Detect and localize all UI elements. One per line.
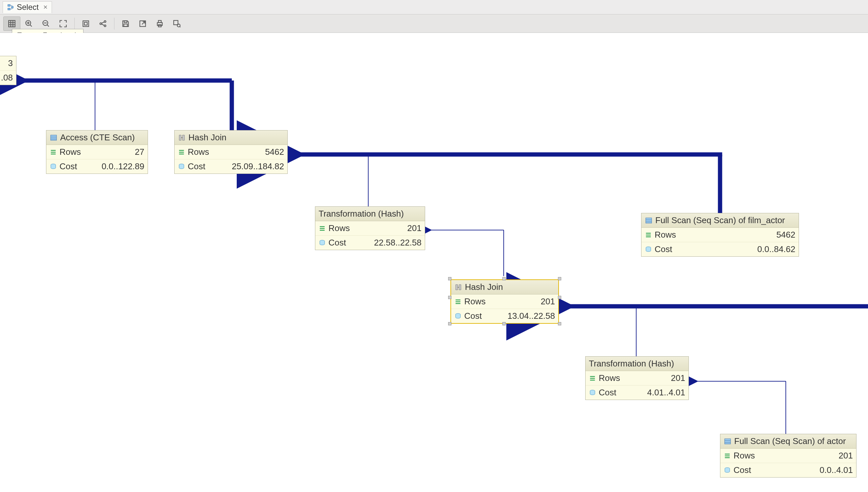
selection-handle[interactable] [448, 277, 452, 280]
node-rows-row: Rows 5462 [175, 145, 287, 159]
rows-icon [178, 149, 185, 156]
close-icon[interactable]: × [43, 3, 48, 11]
plan-node-transformation-1[interactable]: Transformation (Hash) Rows 201 Cost 22.5… [315, 206, 425, 250]
svg-rect-1 [8, 8, 10, 10]
node-header: Full Scan (Seq Scan) of film_actor [642, 213, 799, 228]
zoom-in-button[interactable] [20, 17, 38, 31]
query-plan-icon [7, 4, 14, 11]
zoom-out-icon [42, 19, 50, 28]
hash-join-icon [178, 134, 186, 142]
table-scan-icon [645, 217, 653, 224]
zoom-in-icon [25, 19, 33, 28]
zoom-fit-button[interactable] [54, 17, 72, 31]
selection-handle[interactable] [558, 322, 561, 325]
table-scan-icon [50, 134, 57, 142]
rows-label: Rows [599, 373, 620, 383]
selection-handle[interactable] [448, 296, 452, 299]
selection-handle[interactable] [502, 322, 506, 325]
inspect-button[interactable] [168, 17, 186, 31]
rows-icon [645, 231, 652, 239]
node-title: Hash Join [188, 132, 226, 143]
cost-value: .08 [1, 73, 13, 83]
plan-node-access-cte[interactable]: Access (CTE Scan) Rows 27 Cost 0.0..122.… [46, 130, 148, 174]
cost-icon [178, 163, 185, 170]
node-cost-row: .08 [0, 70, 16, 85]
node-rows-row: Rows 201 [451, 294, 558, 309]
plan-node-transformation-2[interactable]: Transformation (Hash) Rows 201 Cost 4.01… [585, 356, 689, 400]
tab-select[interactable]: Select × [3, 1, 52, 13]
cost-icon [50, 163, 57, 170]
rows-icon [454, 298, 462, 305]
export-icon [139, 19, 147, 28]
fit-page-button[interactable] [77, 17, 94, 31]
svg-rect-2 [11, 6, 14, 8]
node-rows-row: Rows 201 [315, 221, 425, 235]
save-button[interactable] [117, 17, 134, 31]
export-button[interactable] [134, 17, 151, 31]
node-cost-row: Cost 0.0..4.01 [720, 463, 856, 477]
rows-label: Rows [655, 230, 676, 240]
plan-node-hash-join-2[interactable]: Hash Join Rows 201 Cost 13.04..22.58 [451, 279, 559, 324]
tab-bar: Select × [0, 0, 868, 15]
svg-rect-15 [159, 20, 162, 23]
svg-rect-11 [124, 21, 127, 22]
plan-node-hash-join-1[interactable]: Hash Join Rows 5462 Cost 25.09..184.82 [174, 130, 288, 174]
plan-node-root[interactable]: 3 .08 [0, 56, 17, 85]
rows-label: Rows [59, 147, 81, 157]
cost-label: Cost [464, 311, 482, 321]
rows-value: 201 [407, 223, 421, 233]
node-cost-row: Cost 4.01..4.01 [585, 385, 689, 400]
plan-node-seq-scan-film-actor[interactable]: Full Scan (Seq Scan) of film_actor Rows … [641, 213, 799, 257]
node-header: Transformation (Hash) [585, 356, 689, 371]
cost-icon [454, 313, 462, 320]
node-cost-row: Cost 0.0..84.62 [642, 242, 799, 256]
toolbar-separator [114, 18, 115, 30]
zoom-out-button[interactable] [38, 17, 54, 31]
tab-label: Select [17, 3, 39, 12]
plan-canvas[interactable]: 3 .08 Access (CTE Scan) Rows 27 Cost 0.0… [0, 33, 868, 492]
share-button[interactable] [94, 17, 112, 31]
node-rows-row: Rows 5462 [642, 228, 799, 242]
svg-rect-12 [124, 24, 127, 27]
node-title: Access (CTE Scan) [60, 132, 135, 143]
cost-label: Cost [655, 244, 672, 254]
svg-rect-3 [8, 20, 15, 27]
cost-icon [319, 239, 326, 246]
fit-page-icon [81, 19, 90, 28]
cost-label: Cost [599, 388, 616, 398]
node-header: Full Scan (Seq Scan) of actor [720, 434, 856, 449]
node-rows-row: Rows 201 [720, 449, 856, 463]
share-icon [99, 19, 107, 28]
grid-view-button[interactable] [3, 17, 20, 31]
cost-icon [645, 246, 652, 253]
selection-handle[interactable] [558, 277, 561, 280]
node-header: Access (CTE Scan) [46, 130, 148, 145]
rows-value: 3 [8, 58, 13, 68]
print-button[interactable] [151, 17, 168, 31]
grid-view-icon [7, 19, 16, 28]
edge-layer [0, 33, 868, 492]
rows-value: 201 [541, 296, 555, 306]
rows-icon [589, 375, 596, 382]
svg-rect-19 [51, 135, 56, 140]
cost-value: 25.09..184.82 [232, 162, 284, 172]
selection-handle[interactable] [448, 322, 452, 325]
node-cost-row: Cost 13.04..22.58 [451, 309, 558, 323]
cost-icon [724, 467, 731, 474]
node-title: Hash Join [465, 282, 503, 292]
cost-value: 22.58..22.58 [374, 238, 421, 248]
cost-value: 0.0..122.89 [102, 162, 144, 172]
node-cost-row: Cost 22.58..22.58 [315, 235, 425, 250]
node-cost-row: Cost 25.09..184.82 [175, 159, 287, 174]
node-title: Full Scan (Seq Scan) of film_actor [655, 215, 785, 225]
rows-icon [724, 452, 731, 460]
selection-handle[interactable] [558, 296, 561, 299]
selection-handle[interactable] [502, 277, 506, 280]
node-header: Hash Join [451, 280, 558, 294]
table-scan-icon [724, 438, 731, 445]
toolbar-separator [74, 18, 75, 30]
node-header: Hash Join [175, 130, 287, 145]
plan-node-seq-scan-actor[interactable]: Full Scan (Seq Scan) of actor Rows 201 C… [720, 434, 857, 477]
rows-value: 5462 [776, 230, 795, 240]
node-rows-row: 3 [0, 56, 16, 70]
